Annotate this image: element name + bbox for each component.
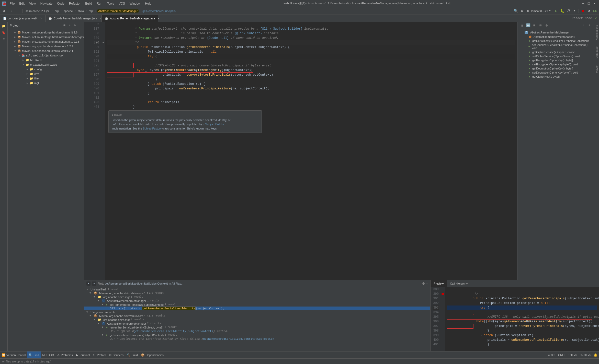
struct-getCipherKey[interactable]: ◆ getCipherKey(): byte[]: [517, 75, 594, 79]
struct-more1[interactable]: ⬆: [581, 23, 586, 28]
expand-org-apache[interactable]: ▼: [22, 63, 25, 66]
preview-content[interactable]: 389 390 391 392 393 394 395 396 397 398 …: [431, 287, 599, 351]
preview-tab-preview[interactable]: Preview: [431, 280, 447, 287]
expand-mgt[interactable]: ▶: [26, 82, 29, 84]
tab-cookie-close[interactable]: ×: [100, 17, 102, 20]
toolbar-back[interactable]: ←: [9, 8, 15, 14]
find-abstract-class[interactable]: ▼ C AbstractRememberMeManager 1 result: [84, 299, 430, 303]
struct-settings[interactable]: ⚙: [544, 23, 549, 28]
expand-htmlunit-js[interactable]: ▶: [14, 36, 16, 38]
find-close-btn[interactable]: —: [426, 281, 428, 286]
struct-getSerializer[interactable]: ◆ getSerializer(): Serializer<PrincipalC…: [517, 39, 594, 43]
database-strip-label[interactable]: Database: [594, 43, 599, 62]
tree-item-env[interactable]: ▶ 📁 env: [8, 72, 84, 76]
find-result-377[interactable]: 377 * Implements the interface method by…: [84, 337, 430, 341]
project-tool-btn[interactable]: 📁: [1, 23, 7, 29]
status-terminal[interactable]: ▶ Terminal: [74, 351, 92, 358]
tab-cookie[interactable]: ☕ CookieRememberMeManager.java ×: [46, 15, 102, 22]
run-dropdown[interactable]: ▾: [549, 9, 551, 13]
run-config[interactable]: ▶ Tomcat 8.5.27 ▾: [525, 9, 553, 13]
menu-edit[interactable]: Edit: [17, 1, 27, 6]
breadcrumb-class[interactable]: AbstractRememberMeManager: [97, 9, 139, 13]
breadcrumb-org[interactable]: org: [54, 9, 60, 13]
struct-more2[interactable]: ⬇: [587, 23, 592, 28]
menu-window[interactable]: Window: [128, 1, 143, 6]
tab-pom-close[interactable]: ×: [40, 17, 42, 20]
debug-button[interactable]: 🐛: [559, 8, 565, 14]
status-position[interactable]: 403:6: [547, 351, 557, 358]
expand-filter[interactable]: ▶: [26, 77, 29, 80]
struct-getEncKey[interactable]: ◆ getEncryptionCipherKey(): byte[]: [517, 58, 594, 62]
struct-root[interactable]: C AbstractRememberMeManager: [517, 30, 594, 35]
breadcrumb-apache[interactable]: apache: [63, 9, 74, 13]
struct-setDecKey[interactable]: ◆ setDecryptionCipherKey(byte[]): void: [517, 71, 594, 75]
filter-btn[interactable]: ⚙: [72, 23, 77, 28]
status-profiler[interactable]: ⏱ Profiler: [91, 351, 107, 358]
preview-code-lines[interactable]: */ public PrincipalCollection getRemembe…: [445, 287, 599, 351]
fold-390[interactable]: ▼: [101, 40, 105, 45]
menu-bar[interactable]: File Edit View Navigate Code Refactor Bu…: [8, 1, 153, 6]
struct-setSerializer[interactable]: ◆ setSerializer(Serializer<PrincipalColl…: [517, 43, 594, 50]
struct-setCipherService[interactable]: ◆ setCipherService(CipherService): void: [517, 54, 594, 58]
status-dependencies[interactable]: 📦 Dependencies: [139, 351, 165, 358]
shiro-mgt-arrow[interactable]: ▼: [94, 296, 97, 298]
status-context[interactable]: C-UTF-8: [578, 351, 592, 358]
menu-file[interactable]: File: [8, 1, 17, 6]
tree-item-config[interactable]: ▶ 📁 config: [8, 67, 84, 72]
struct-sort-method[interactable]: ⇅: [519, 23, 525, 28]
tabs-right-actions[interactable]: Reader Mode ✓: [571, 15, 599, 22]
breadcrumb-mgt[interactable]: mgt: [88, 9, 94, 13]
shiro-core-arrow[interactable]: ▼: [89, 292, 93, 295]
tree-item-shiro-core[interactable]: ▶ 📦 Maven: org.apache.shiro:shiro-core:1…: [8, 44, 84, 49]
struct-sort-alpha[interactable]: 🔤: [526, 23, 531, 28]
tab-pom-xml[interactable]: 📄 pom.xml (samples-web) ×: [0, 15, 46, 22]
tree-item-htmlunit-js[interactable]: ▶ 📦 Maven: net.sourceforge.htmlunit:html…: [8, 35, 84, 39]
breadcrumb-method[interactable]: getRememberedPrincipals: [141, 9, 177, 13]
window-controls[interactable]: ─ □ ✕: [581, 1, 597, 6]
menu-code[interactable]: Code: [55, 1, 66, 6]
tree-item-filter[interactable]: ▶ 📁 filter: [8, 76, 84, 81]
tree-item-nekohtml[interactable]: ▶ 📦 Maven: org.apache.nekohtml:nekohtml:…: [8, 39, 84, 44]
menu-tools[interactable]: Tools: [105, 1, 116, 6]
struct-setEncKey[interactable]: ◆ setEncryptionCipherKey(byte[]): void: [517, 62, 594, 66]
tree-item-mgt[interactable]: ▶ 📁 mgt: [8, 81, 84, 85]
status-encoding[interactable]: UTF-8: [567, 351, 578, 358]
find-maven-shiro-core[interactable]: ▼ 📦 Maven: org.apache.shiro:shiro-core:1…: [84, 291, 430, 295]
find-get-remembered-method[interactable]: ▼ ◆ getRememberedPrincipals(SubjectConte…: [84, 333, 430, 337]
collapse-all-btn[interactable]: ⊟: [62, 23, 67, 28]
toolbar-settings[interactable]: ⚙: [1, 8, 7, 14]
comments-class-arrow[interactable]: ▼: [98, 322, 101, 325]
tree-item-htmlunit[interactable]: ▶ 📦 Maven: net.sourceforge.htmlunit:html…: [8, 30, 84, 35]
get-remembered-arrow[interactable]: ▼: [102, 334, 105, 336]
unclassified-arrow[interactable]: ▼: [86, 288, 89, 291]
expand-config[interactable]: ▶: [26, 68, 29, 71]
toolbar-resume[interactable]: ▶▶: [592, 8, 598, 14]
find-controls[interactable]: ⚙ —: [422, 281, 428, 286]
struct-expand[interactable]: ⊞: [532, 23, 537, 28]
toolbar-coverage[interactable]: ☂: [572, 8, 577, 14]
bookmarks-btn[interactable]: 🔖: [1, 30, 7, 36]
struct-getDecKey[interactable]: ◆ getDecryptionCipherKey(): byte[]: [517, 66, 594, 71]
tree-item-meta-inf[interactable]: ▶ 📁 META-INF: [8, 58, 84, 62]
maven-strip-label[interactable]: Maven: [594, 62, 599, 76]
status-build[interactable]: 🔨 Build: [125, 351, 139, 358]
expand-htmlunit[interactable]: ▶: [14, 31, 16, 34]
breadcrumb-jar[interactable]: shiro-core-1.2.4.jar: [24, 9, 51, 13]
run-button[interactable]: ▶: [553, 8, 559, 14]
status-find[interactable]: 🔍 Find: [27, 351, 40, 358]
breadcrumb-shiro[interactable]: shiro: [77, 9, 85, 13]
tree-item-shiro-web[interactable]: ▼ 📦 Maven: org.apache.shiro:shiro-web:1.…: [8, 49, 84, 53]
status-problems[interactable]: ⚠ Problems: [55, 351, 74, 358]
menu-vcs[interactable]: VCS: [117, 1, 127, 6]
struct-getCipherService[interactable]: ◆ getCipherService(): CipherService: [517, 50, 594, 54]
minimize-button[interactable]: ─: [581, 1, 586, 6]
find-remember-method[interactable]: ▼ ◆ rememberSerializedIdentity(Subject, …: [84, 325, 430, 329]
expand-env[interactable]: ▶: [26, 73, 29, 75]
method-arrow[interactable]: ▼: [102, 303, 105, 306]
find-settings-btn[interactable]: ⚙: [422, 281, 425, 286]
abstract-arrow[interactable]: ▼: [98, 299, 101, 302]
toolbar-forward[interactable]: →: [16, 8, 21, 14]
preview-tab-call-hierarchy[interactable]: Call Hierarchy: [447, 280, 471, 287]
find-comments-class[interactable]: ▼ C AbstractRememberMeManager 2 results: [84, 322, 430, 325]
tab-abstract[interactable]: ☕ AbstractRememberMeManager.java ×: [102, 15, 158, 22]
